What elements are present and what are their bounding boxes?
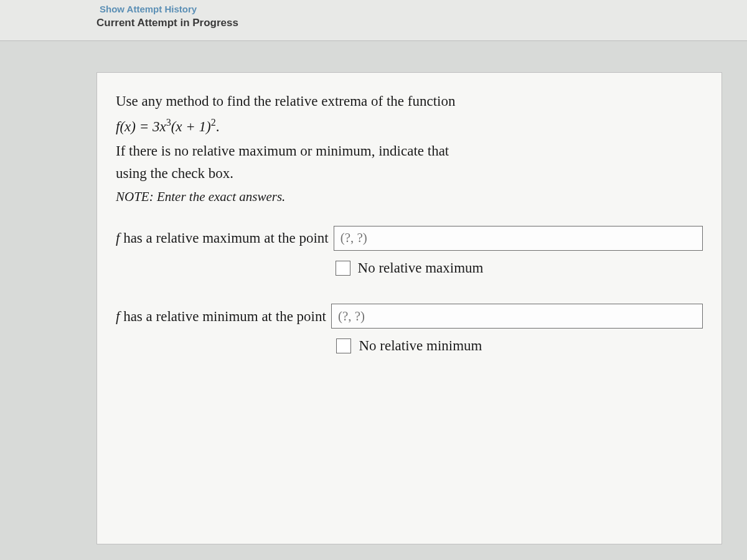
min-prefix-text: has a relative minimum at the point — [120, 309, 326, 324]
relative-max-row: f has a relative maximum at the point — [116, 226, 703, 251]
no-relative-max-label: No relative maximum — [358, 257, 484, 279]
question-panel: Use any method to find the relative extr… — [96, 72, 722, 544]
function-definition: f(x) = 3x3(x + 1)2. — [116, 115, 703, 138]
exponent-1: 3 — [166, 117, 171, 128]
no-relative-min-label: No relative minimum — [359, 335, 482, 357]
relative-min-input[interactable] — [331, 304, 703, 329]
show-attempt-history-link[interactable]: Show Attempt History — [100, 2, 747, 17]
relative-max-input[interactable] — [334, 226, 703, 251]
relative-min-row: f has a relative minimum at the point — [116, 304, 703, 329]
no-min-row: No relative minimum — [116, 335, 703, 357]
func-end: . — [216, 118, 220, 134]
no-max-row: No relative maximum — [116, 257, 703, 279]
no-relative-max-checkbox[interactable] — [336, 261, 350, 276]
no-relative-min-checkbox[interactable] — [336, 338, 351, 353]
instruction-line-1: If there is no relative maximum or minim… — [116, 140, 703, 162]
max-prefix-text: has a relative maximum at the point — [120, 230, 328, 246]
header-bar: Show Attempt History Current Attempt in … — [0, 0, 747, 41]
question-prompt: Use any method to find the relative extr… — [116, 90, 703, 113]
instruction-line-2: using the check box. — [116, 162, 703, 185]
note-line: NOTE: Enter the exact answers. — [116, 187, 703, 207]
func-lhs: f(x) = 3x — [116, 118, 166, 134]
exponent-2: 2 — [211, 117, 216, 128]
attempt-status-label: Current Attempt in Progress — [96, 17, 747, 35]
func-mid: (x + 1) — [171, 118, 211, 134]
